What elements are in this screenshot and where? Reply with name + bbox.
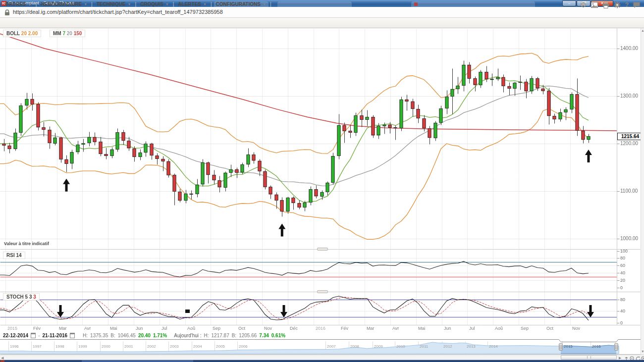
navigator-left-handle[interactable] bbox=[559, 343, 563, 351]
x-axis-label: Mai bbox=[418, 326, 426, 331]
navigator-year-label: 2001 bbox=[124, 344, 133, 349]
today-low-value: 1205.66 bbox=[239, 333, 257, 338]
x-axis-label: Déc bbox=[290, 326, 298, 331]
taskbar-buttons[interactable] bbox=[82, 360, 193, 362]
navigator-year-label: 2005 bbox=[216, 344, 225, 349]
x-axis-label: Mar bbox=[367, 326, 375, 331]
navigator-year-label: 2007 bbox=[327, 344, 336, 349]
x-axis-label: Avr bbox=[84, 326, 91, 331]
x-axis-label: Jul bbox=[161, 326, 167, 331]
calendar-icon[interactable] bbox=[70, 333, 75, 338]
indicative-value-note: Valeur à titre indicatif bbox=[4, 241, 49, 246]
navigator-year-label: 2010 bbox=[396, 344, 405, 349]
x-axis-label: Sep bbox=[213, 326, 220, 331]
navigator-year-label: 2012 bbox=[443, 344, 452, 349]
navigator-year-label: 2016 bbox=[592, 344, 601, 349]
calendar-icon[interactable] bbox=[31, 333, 36, 338]
navigator-year-label: 2004 bbox=[193, 344, 202, 349]
rsi-axis-label: 40 bbox=[620, 270, 625, 275]
chart-canvas[interactable] bbox=[0, 0, 644, 362]
price-axis-label: 1400.00 bbox=[620, 46, 638, 51]
rsi-axis-label: 0 bbox=[620, 285, 623, 290]
x-axis-label: Aoû bbox=[495, 326, 503, 331]
navigator-year-label: 2008 bbox=[350, 344, 359, 349]
stoch-legend[interactable]: STOCH 5 3 3 bbox=[3, 293, 40, 301]
x-axis-label: Oct bbox=[238, 326, 245, 331]
x-axis-label: Fév bbox=[341, 326, 348, 331]
low-value: 1046.45 bbox=[118, 333, 136, 338]
stoch-axis-label: 0 bbox=[620, 320, 623, 325]
price-axis-label: 1200.00 bbox=[620, 141, 638, 146]
x-axis-label: Jun bbox=[444, 326, 451, 331]
scroll-left-icon[interactable]: ◀ bbox=[1, 356, 3, 360]
today-low-label: B: bbox=[232, 333, 236, 338]
rsi-axis-label: 80 bbox=[620, 256, 625, 260]
date-to[interactable]: 21-11-2016 bbox=[43, 333, 68, 338]
navigator-year-label: 2009 bbox=[374, 344, 383, 349]
navigator-year-label: 2011 bbox=[420, 344, 428, 349]
horizontal-scrollbar-thumb[interactable] bbox=[561, 355, 617, 360]
navigator-year-label: 2013 bbox=[467, 344, 476, 349]
rsi-axis-label: 60 bbox=[620, 263, 625, 268]
current-price-label: 1215.64 bbox=[617, 133, 643, 140]
date-from[interactable]: 22-12-2014 bbox=[3, 333, 28, 338]
navigator-year-label: 1999 bbox=[78, 344, 87, 349]
panel-resize-handle[interactable] bbox=[317, 248, 328, 251]
navigator-right-handle[interactable] bbox=[614, 343, 618, 351]
low-label: B: bbox=[110, 333, 115, 338]
x-axis-label: Jun bbox=[136, 326, 143, 331]
today-change-value: 7.34 bbox=[259, 333, 268, 338]
scroll-up-icon[interactable]: ▲ bbox=[641, 28, 644, 33]
x-axis-label: Mar bbox=[59, 326, 67, 331]
navigator-year-label: 2015 bbox=[564, 344, 573, 349]
navigator-year-label: 1997 bbox=[33, 344, 42, 349]
taskbar-start[interactable] bbox=[0, 360, 4, 362]
x-axis-label: Oct bbox=[546, 326, 553, 331]
panel-resize-handle[interactable] bbox=[317, 290, 328, 293]
navigator-year-label: 1996 bbox=[10, 344, 19, 349]
x-axis-label: Fév bbox=[33, 326, 41, 331]
chart-status-bar: 22-12-2014 - 21-11-2016 H: 1375.35 B: 10… bbox=[3, 332, 285, 339]
navigator-year-label: 2003 bbox=[170, 344, 179, 349]
today-change-percent: 0.61% bbox=[271, 333, 285, 338]
price-axis-label: 1300.00 bbox=[620, 93, 638, 99]
change-percent: 1.71% bbox=[153, 333, 167, 338]
scroll-right-icon[interactable]: ▶ bbox=[619, 356, 621, 360]
date-separator: - bbox=[38, 333, 40, 338]
navigator-year-label: 2000 bbox=[102, 344, 110, 349]
x-axis-label: Avr bbox=[392, 326, 399, 331]
x-axis-label: 2015 bbox=[7, 326, 17, 331]
price-axis-label: 1100.00 bbox=[620, 188, 638, 194]
rsi-legend[interactable]: RSI 14 bbox=[3, 252, 25, 259]
scroll-down-icon[interactable]: ▼ bbox=[641, 349, 644, 354]
navigator-year-label: 1998 bbox=[55, 344, 64, 349]
x-axis-label: Jul bbox=[469, 326, 475, 331]
x-axis-label: 2016 bbox=[316, 326, 325, 331]
vertical-scrollbar[interactable] bbox=[641, 28, 644, 355]
navigator-year-label: 2002 bbox=[147, 344, 156, 349]
x-axis-label: Aoû bbox=[187, 326, 195, 331]
x-axis-label: Sep bbox=[521, 326, 529, 331]
moving-average-legend[interactable]: MM 7 20 150 bbox=[50, 30, 85, 37]
horizontal-scrollbar[interactable] bbox=[0, 355, 644, 360]
x-axis-label: Mai bbox=[110, 326, 117, 331]
navigator-year-label: 2014 bbox=[489, 344, 498, 349]
x-axis-label: Nov bbox=[572, 326, 580, 331]
rsi-axis-label: 100 bbox=[620, 249, 628, 254]
high-label: H: bbox=[83, 333, 88, 338]
navigator-year-label: 2006 bbox=[239, 344, 248, 349]
today-high-value: 1217.87 bbox=[212, 333, 229, 338]
price-axis-label: 1000.00 bbox=[620, 236, 638, 241]
stoch-axis-label: 80 bbox=[620, 297, 625, 302]
stoch-axis-label: 40 bbox=[620, 309, 625, 313]
today-label: Aujourd'hui : bbox=[174, 333, 201, 338]
x-axis-label: Nov bbox=[264, 326, 272, 331]
rsi-axis-label: 20 bbox=[620, 278, 625, 283]
bollinger-legend[interactable]: BOLL 20 2.00 bbox=[3, 30, 41, 37]
change-value: 20.40 bbox=[138, 333, 151, 338]
today-high-label: H: bbox=[204, 333, 209, 338]
high-value: 1375.35 bbox=[90, 333, 108, 338]
